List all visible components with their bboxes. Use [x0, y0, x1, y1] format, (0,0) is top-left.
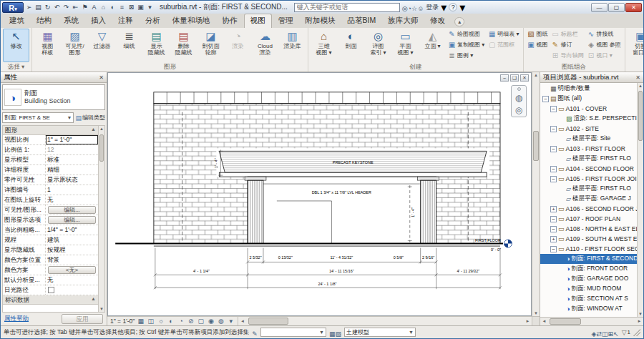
qat-customize-qat-icon[interactable]: ▾ — [145, 4, 155, 11]
collapse-icon[interactable]: − — [550, 146, 557, 152]
scroll-left-icon[interactable]: ◄ — [238, 317, 246, 325]
tab-视图[interactable]: 视图 — [244, 14, 272, 28]
qat-undo-icon[interactable]: ↶ — [52, 4, 62, 11]
ribbon-button-修订[interactable]: ✎修订 — [550, 39, 585, 50]
property-value[interactable]: 显示原状态 — [46, 175, 98, 185]
horizontal-scrollbar[interactable]: ◄ ► — [238, 317, 532, 325]
favorites-icon[interactable]: ☆ — [411, 5, 417, 12]
communication-center-icon[interactable]: ☺ — [417, 5, 424, 12]
ribbon-button-明细表[interactable]: ▦明细表 ▾ — [487, 29, 520, 39]
navbar-handle-icon[interactable] — [517, 87, 521, 91]
property-value[interactable]: 1" = 1'-0" — [46, 135, 98, 144]
tab-族库大师[interactable]: 族库大师 — [382, 14, 424, 28]
editable-only-icon[interactable]: ✎ — [252, 330, 258, 338]
ribbon-button-渲染库[interactable]: ▥渲染库 — [279, 29, 306, 62]
collapse-icon[interactable]: − — [550, 126, 557, 132]
scroll-up-icon[interactable]: ▲ — [532, 73, 540, 77]
property-value[interactable]: 背景 — [46, 255, 98, 265]
property-value[interactable]: 精细 — [46, 165, 98, 175]
browser-item-剖面-front-door[interactable]: ◑剖面: FRONT DOOR — [540, 264, 637, 274]
collapse-icon[interactable]: − — [550, 166, 557, 172]
qat-save-icon[interactable]: ▤ — [34, 4, 43, 11]
browser-item-楼层平面-first-flo[interactable]: ▱楼层平面: FIRST FLO — [540, 184, 637, 194]
tab-协作[interactable]: 协作 — [217, 14, 243, 28]
ribbon-button-立面[interactable]: ◭立面 ▾ — [419, 29, 446, 62]
scroll-left-icon[interactable]: ◄ — [540, 318, 548, 325]
property-value[interactable]: 无 — [46, 195, 98, 205]
ribbon-button-拼接线[interactable]: ∿拼接线 — [586, 29, 623, 39]
help-dropdown-icon[interactable]: ▾ — [459, 1, 465, 14]
tab-体量和场地[interactable]: 体量和场地 — [167, 14, 216, 28]
select-underlay-elements-icon[interactable]: ◫ — [602, 330, 608, 338]
ribbon-button-细线[interactable]: ≣细线 — [116, 29, 142, 62]
select-elements-by-face-icon[interactable]: ↖ — [613, 330, 619, 338]
properties-scrollbar[interactable]: ▲ ▼ — [98, 126, 104, 312]
tab-建筑[interactable]: 建筑 — [4, 14, 30, 28]
select-pinned-elements-icon[interactable]: ⊞ — [608, 330, 614, 338]
scroll-right-icon[interactable]: ► — [524, 317, 532, 325]
search-input[interactable] — [294, 3, 400, 12]
properties-help-link[interactable]: 属性帮助 — [4, 315, 29, 323]
close-icon[interactable]: ✕ — [99, 74, 104, 81]
ribbon-button-详图索引[interactable]: ◎详图 索引 ▾ — [365, 29, 391, 62]
property-value[interactable]: 建筑 — [46, 235, 98, 245]
help-button[interactable]: ? — [449, 3, 457, 11]
collapse-icon[interactable]: − — [542, 96, 549, 102]
close-icon[interactable]: ✕ — [635, 74, 640, 81]
browser-item-楼层平面-first-flo[interactable]: ▱楼层平面: FIRST FLO — [540, 154, 637, 164]
property-value[interactable]: 1 — [46, 185, 98, 195]
temporary-hide-isolate-icon[interactable]: ◉ — [207, 318, 215, 325]
ribbon-button-三维视图[interactable]: ⌂三维 视图 ▾ — [311, 29, 337, 62]
browser-item-a109-south-west-e[interactable]: +▭A109 - SOUTH & WEST E — [540, 234, 637, 244]
tab-分析[interactable]: 分析 — [140, 14, 166, 28]
browser-horizontal-scrollbar[interactable]: ◄ ► — [540, 317, 643, 325]
project-browser-header[interactable]: 项目浏览器 - suburbia.rvt ✕ — [540, 72, 643, 83]
browser-item-图纸-all[interactable]: −▤图纸 (all) — [540, 94, 637, 104]
browser-item-a106-second-floor-j[interactable]: +▭A106 - SECOND FLOOR J — [540, 204, 637, 214]
exclude-options-icon[interactable]: ⇄ — [596, 330, 602, 338]
more-view-controls-icon[interactable]: ▾ — [227, 318, 235, 325]
browser-item-剖面-garage-doo[interactable]: ◑剖面: GARAGE DOO — [540, 274, 637, 284]
browser-item-a104-second-floor[interactable]: −▭A104 - SECOND FLOOR — [540, 164, 637, 174]
properties-header[interactable]: 属性 ✕ — [1, 72, 107, 83]
visual-style-icon[interactable]: ◫ — [147, 318, 155, 325]
qat-tag-by-category-icon[interactable]: ⚑ — [80, 4, 89, 11]
browser-item-剖面-mud-room[interactable]: ◑剖面: MUD ROOM — [540, 284, 637, 294]
scroll-right-icon[interactable]: ► — [635, 318, 643, 325]
ribbon-button-视图[interactable]: ▣视图 — [526, 39, 550, 50]
property-edit-button[interactable]: 编辑... — [48, 216, 96, 224]
browser-item-a108-north-east-el[interactable]: −▭A108 - NORTH & EAST EL — [540, 224, 637, 234]
property-group-header[interactable]: 标识数据▲ — [3, 295, 98, 305]
browser-item-a105-first-floor-jois[interactable]: −▭A105 - FIRST FLOOR JOIS — [540, 174, 637, 184]
type-selector-combo[interactable]: 剖面: FIRST & SE▼ — [2, 112, 74, 123]
checkbox[interactable] — [48, 287, 54, 293]
ribbon-button-删除隐藏线[interactable]: ▤删除 隐藏线 — [170, 29, 197, 62]
qat-redo-icon[interactable]: ↷ — [62, 4, 71, 11]
qat-synchronize-icon[interactable]: ↻ — [43, 4, 52, 11]
property-value[interactable]: 按规程 — [46, 245, 98, 255]
browser-scrollbar[interactable]: ▲ ▼ — [637, 83, 643, 317]
collapse-icon[interactable]: − — [550, 106, 557, 112]
crop-view-icon[interactable]: ⊘ — [187, 318, 195, 325]
type-selector[interactable]: ◑ 剖面 Building Section — [2, 84, 105, 110]
ribbon-button-复制视图[interactable]: ▣复制视图 ▾ — [447, 39, 486, 50]
zoom-icon[interactable]: ◎ — [515, 105, 522, 115]
tab-结构[interactable]: 结构 — [31, 14, 57, 28]
browser-item-剖面-window-at[interactable]: ◑剖面: WINDOW AT — [540, 304, 637, 314]
collapse-icon[interactable]: − — [550, 246, 557, 252]
ribbon-button-过滤器[interactable]: ▽过滤器 — [89, 29, 115, 62]
tab-注释[interactable]: 注释 — [112, 14, 139, 28]
qat-open-icon[interactable]: ➢ — [24, 4, 34, 11]
scroll-down-icon[interactable]: ▼ — [99, 307, 104, 311]
ribbon-minimize-toggle[interactable]: ▴ — [454, 17, 464, 26]
collapse-icon[interactable]: − — [550, 226, 557, 232]
ribbon-button-切换窗口[interactable]: ▣切换 窗口 ▾ — [628, 29, 643, 62]
view-restore-icon[interactable]: ❑ — [510, 74, 519, 82]
ribbon-button-显示隐藏线[interactable]: ▤显示 隐藏线 — [143, 29, 170, 62]
browser-item-楼层平面-site[interactable]: ▱楼层平面: Site — [540, 134, 637, 144]
collapse-icon[interactable]: − — [550, 216, 557, 222]
application-menu-button[interactable]: R▾ — [2, 2, 24, 13]
show-crop-region-icon[interactable]: ▢ — [197, 318, 205, 325]
browser-item-a110-first-floor-sec[interactable]: −▭A110 - FIRST FLOOR SEC — [540, 244, 637, 254]
ribbon-button-剖面[interactable]: ◐剖面 — [338, 29, 364, 62]
